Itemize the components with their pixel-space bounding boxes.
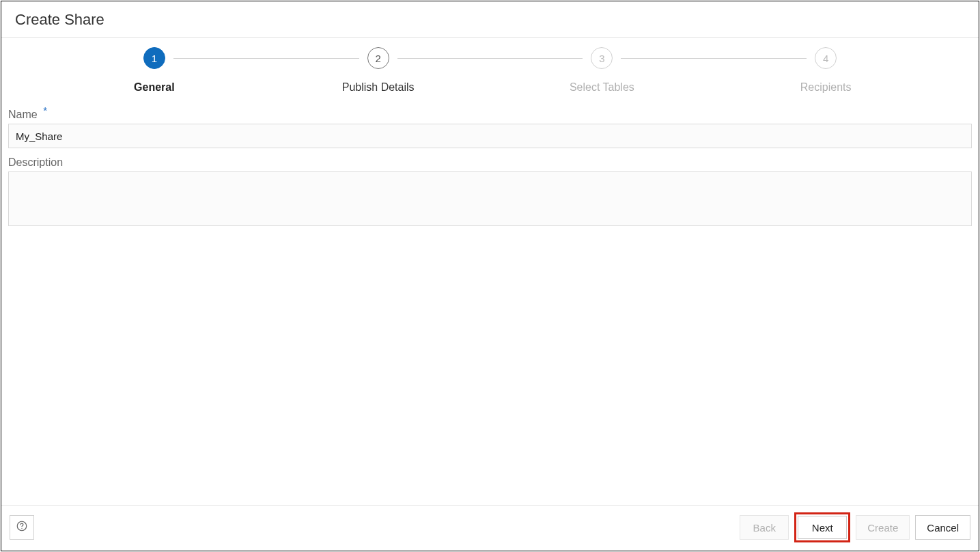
step-number: 3 — [591, 47, 613, 69]
description-field: Description — [8, 156, 972, 229]
step-select-tables: 3 Select Tables — [490, 47, 714, 94]
required-star-icon: * — [43, 105, 47, 116]
step-connector — [397, 58, 583, 59]
svg-point-1 — [21, 528, 22, 529]
name-field: Name * — [8, 105, 972, 148]
step-general[interactable]: 1 General — [42, 47, 266, 94]
back-button: Back — [740, 515, 789, 540]
next-button[interactable]: Next — [798, 516, 847, 539]
wizard-stepper: 1 General 2 Publish Details 3 Select Tab… — [1, 38, 979, 100]
step-recipients: 4 Recipients — [714, 47, 938, 94]
dialog-footer: Back Next Create Cancel — [1, 505, 979, 551]
step-label: Recipients — [800, 81, 852, 94]
name-label-text: Name — [8, 109, 38, 120]
next-button-highlight: Next — [794, 512, 850, 542]
name-label: Name * — [8, 105, 972, 121]
description-label: Description — [8, 156, 972, 169]
step-label: Publish Details — [342, 81, 415, 94]
step-number: 4 — [815, 47, 837, 69]
dialog-title: Create Share — [15, 11, 965, 29]
create-button: Create — [856, 515, 910, 540]
step-connector — [621, 58, 807, 59]
help-button[interactable] — [10, 515, 34, 540]
help-icon — [16, 520, 28, 535]
form-area: Name * Description — [1, 100, 979, 237]
step-label: General — [134, 81, 175, 94]
step-publish-details[interactable]: 2 Publish Details — [266, 47, 490, 94]
name-input[interactable] — [8, 124, 972, 148]
step-number: 1 — [143, 47, 165, 69]
step-number: 2 — [367, 47, 389, 69]
create-share-dialog: Create Share 1 General 2 Publish Details… — [1, 1, 979, 551]
description-input[interactable] — [8, 171, 972, 226]
cancel-button[interactable]: Cancel — [915, 515, 970, 540]
step-connector — [173, 58, 359, 59]
step-label: Select Tables — [570, 81, 634, 94]
dialog-header: Create Share — [1, 1, 979, 38]
